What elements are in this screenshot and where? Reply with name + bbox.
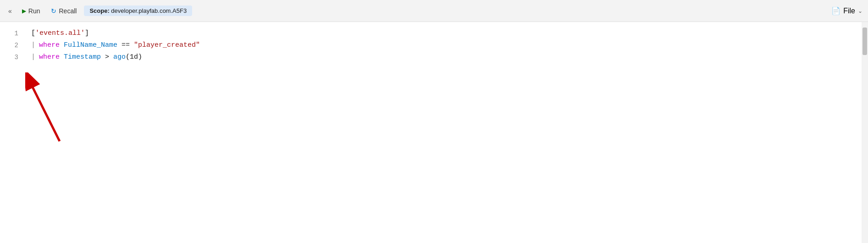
events-string: 'events.all'	[35, 28, 85, 39]
toolbar-right: 📄 File ⌄	[831, 6, 862, 15]
pipe-3: |	[31, 51, 35, 63]
scrollbar-thumb[interactable]	[862, 28, 867, 55]
fullname-identifier: FullName_Name	[64, 39, 117, 51]
scope-badge: Scope: developer.playfab.com.A5F3	[84, 6, 192, 16]
bracket-close: ]	[85, 28, 89, 39]
line-number-3: 3	[0, 51, 28, 63]
code-editor[interactable]: 1 2 3 ['events.all'] |where FullName_Nam…	[0, 22, 868, 243]
toolbar: « ▶ Run ↻ Recall Scope: developer.playfa…	[0, 0, 868, 22]
line-numbers: 1 2 3	[0, 22, 28, 243]
ago-args: (1d)	[126, 51, 142, 63]
scope-prefix: Scope:	[89, 7, 109, 14]
run-icon: ▶	[22, 8, 26, 14]
code-line-1: ['events.all']	[31, 28, 868, 39]
file-icon: 📄	[831, 6, 840, 15]
run-label: Run	[28, 7, 40, 15]
player-created-string: "player_created"	[134, 39, 200, 51]
operator-gt: >	[101, 51, 113, 63]
recall-label: Recall	[59, 7, 77, 15]
toolbar-left: « ▶ Run ↻ Recall Scope: developer.playfa…	[6, 6, 828, 17]
code-line-3: |where Timestamp > ago(1d)	[31, 51, 868, 63]
space-2	[60, 39, 64, 51]
space-3	[60, 51, 64, 63]
pipe-2: |	[31, 39, 35, 51]
where-keyword-3: where	[39, 51, 60, 63]
line-number-1: 1	[0, 28, 28, 39]
line-number-2: 2	[0, 39, 28, 51]
scrollbar-track[interactable]	[862, 22, 868, 243]
code-line-2: |where FullName_Name == "player_created"	[31, 39, 868, 51]
ago-function: ago	[113, 51, 126, 63]
operator-eq: ==	[117, 39, 134, 51]
collapse-button[interactable]: «	[6, 6, 15, 17]
file-dropdown-icon[interactable]: ⌄	[858, 8, 862, 14]
where-keyword-2: where	[39, 39, 60, 51]
recall-icon: ↻	[51, 7, 56, 15]
recall-button[interactable]: ↻ Recall	[47, 6, 80, 17]
collapse-icon: «	[8, 7, 12, 15]
timestamp-identifier: Timestamp	[64, 51, 101, 63]
run-button[interactable]: ▶ Run	[18, 6, 44, 17]
bracket-open: [	[31, 28, 35, 39]
scope-value-text: developer.playfab.com.A5F3	[111, 7, 187, 14]
file-label[interactable]: File	[843, 7, 855, 15]
code-area[interactable]: ['events.all'] |where FullName_Name == "…	[28, 22, 868, 243]
